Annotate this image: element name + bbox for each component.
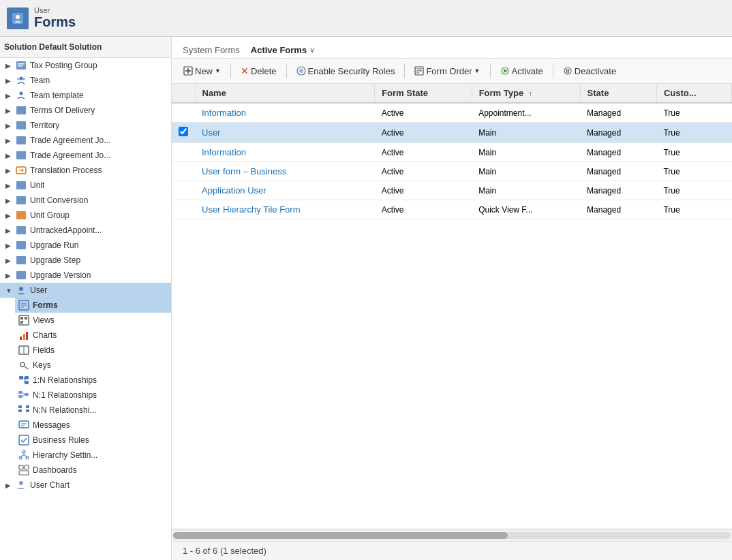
form-name-link[interactable]: Application User (202, 185, 266, 196)
sidebar-item-upgrade-version[interactable]: ▶ Upgrade Version (0, 268, 171, 283)
customizable-cell: True (656, 200, 731, 219)
hierarchy-icon (18, 450, 30, 461)
subitem-charts[interactable]: Charts (15, 328, 171, 343)
svg-line-59 (20, 455, 24, 456)
form-name-link[interactable]: User Hierarchy Tile Form (202, 204, 300, 215)
svg-point-7 (22, 78, 25, 80)
delete-icon: ✕ (241, 65, 249, 76)
sidebar-item-label: Trade Agreement Jo... (30, 151, 110, 160)
chevron-icon: ▶ (5, 227, 15, 234)
new-dropdown-arrow: ▼ (215, 67, 221, 74)
name-cell: Information (195, 143, 375, 162)
svg-rect-78 (568, 69, 569, 73)
svg-point-6 (17, 78, 20, 80)
svg-point-76 (564, 67, 571, 74)
svg-rect-49 (26, 405, 29, 408)
svg-rect-39 (25, 381, 29, 384)
sidebar-item-territory[interactable]: ▶ Territory (0, 118, 171, 133)
sidebar-item-label: Tax Posting Group (30, 61, 97, 70)
sidebar-item-untracked-appoint[interactable]: ▶ UntrackedAppoint... (0, 223, 171, 238)
form-state-cell: Active (375, 200, 472, 219)
subitem-nn-relationships[interactable]: N:N Relationshi... (15, 403, 171, 418)
svg-rect-28 (25, 317, 27, 320)
svg-rect-14 (16, 181, 26, 189)
subitem-label: Messages (33, 420, 70, 430)
form-name-link[interactable]: Information (202, 147, 246, 157)
sidebar-item-upgrade-step[interactable]: ▶ Upgrade Step (0, 253, 171, 268)
subitem-forms[interactable]: Forms (15, 298, 171, 313)
subitem-1n-relationships[interactable]: 1:N Relationships (15, 373, 171, 388)
form-name-link[interactable]: User (202, 127, 220, 138)
subitem-dashboards[interactable]: Dashboards (15, 463, 171, 478)
sidebar-item-label: Upgrade Step (30, 255, 80, 265)
delete-button[interactable]: ✕ Delete (234, 63, 283, 79)
dashboards-icon (18, 465, 30, 476)
sidebar-item-team-template[interactable]: ▶ Team template (0, 88, 171, 103)
dropdown-arrow-icon[interactable]: ∨ (309, 46, 315, 55)
subitem-keys[interactable]: Keys (15, 358, 171, 373)
new-icon (183, 66, 193, 76)
horizontal-scrollbar[interactable] (172, 529, 732, 541)
subitem-hierarchy-settings[interactable]: Hierarchy Settin... (15, 448, 171, 463)
subitem-views[interactable]: Views (15, 313, 171, 328)
sidebar-item-trade-agreement-1[interactable]: ▶ Trade Agreement Jo... (0, 133, 171, 148)
table-header-row: Name Form State Form Type ↑ State Custo. (172, 84, 732, 103)
sidebar-item-label: Trade Agreement Jo... (30, 136, 110, 145)
sidebar-item-tax-posting-group[interactable]: ▶ Tax Posting Group (0, 58, 171, 73)
sidebar-item-upgrade-run[interactable]: ▶ Upgrade Run (0, 238, 171, 253)
form-name-link[interactable]: Information (202, 108, 246, 118)
new-button[interactable]: New ▼ (177, 63, 227, 79)
deactivate-label: Deactivate (575, 66, 616, 76)
team-icon (15, 75, 27, 86)
scroll-thumb[interactable] (173, 532, 508, 539)
sidebar-item-user-chart[interactable]: ▶ User Chart (0, 478, 171, 493)
relationship-nn-icon (18, 405, 30, 416)
scroll-track[interactable] (173, 532, 731, 539)
form-name-link[interactable]: User form – Business (202, 166, 286, 176)
svg-point-56 (19, 456, 22, 459)
customizable-column-header[interactable]: Custo... (656, 84, 731, 103)
svg-rect-42 (18, 391, 22, 394)
row-checkbox[interactable] (179, 127, 188, 136)
subitem-label: Keys (33, 360, 51, 370)
sidebar-item-label: Upgrade Version (30, 270, 91, 280)
sidebar-item-label: UntrackedAppoint... (30, 225, 102, 235)
form-order-button[interactable]: Form Order ▼ (408, 63, 486, 79)
subitem-messages[interactable]: Messages (15, 418, 171, 433)
name-column-header[interactable]: Name (195, 84, 375, 103)
sidebar-item-team[interactable]: ▶ Team (0, 73, 171, 88)
svg-point-1 (16, 15, 20, 19)
sidebar-item-terms-of-delivery[interactable]: ▶ Terms Of Delivery (0, 103, 171, 118)
table-row: UserActiveMainManagedTrue (172, 123, 732, 143)
sidebar-item-trade-agreement-2[interactable]: ▶ Trade Agreement Jo... (0, 148, 171, 163)
subitem-label: N:N Relationshi... (33, 405, 96, 415)
activate-button[interactable]: Activate (494, 63, 549, 79)
enable-security-button[interactable]: Enable Security Roles (290, 63, 401, 79)
svg-rect-47 (18, 405, 22, 408)
sidebar-item-unit[interactable]: ▶ Unit (0, 178, 171, 193)
sidebar-item-unit-group[interactable]: ▶ Unit Group (0, 208, 171, 223)
subitem-fields[interactable]: Fields (15, 343, 171, 358)
header-user-label: User (34, 6, 76, 14)
svg-rect-51 (19, 421, 29, 428)
svg-rect-10 (16, 121, 26, 129)
form-state-column-header[interactable]: Form State (375, 84, 472, 103)
form-type-column-header[interactable]: Form Type ↑ (472, 84, 580, 103)
sidebar-item-unit-conversion[interactable]: ▶ Unit Conversion (0, 193, 171, 208)
sidebar-item-translation-process[interactable]: ▶ Translation Process (0, 163, 171, 178)
subitem-n1-relationships[interactable]: N:1 Relationships (15, 388, 171, 403)
chevron-icon: ▶ (5, 182, 15, 189)
state-column-header[interactable]: State (580, 84, 656, 103)
subitem-business-rules[interactable]: Business Rules (15, 433, 171, 448)
deactivate-button[interactable]: Deactivate (557, 63, 622, 79)
entity-icon (15, 120, 27, 131)
separator (286, 63, 287, 78)
sidebar: Solution Default Solution ▶ Tax Posting … (0, 37, 172, 560)
chevron-icon: ▶ (5, 482, 15, 489)
table-row: User Hierarchy Tile FormActiveQuick View… (172, 200, 732, 219)
table-row: InformationActiveMainManagedTrue (172, 143, 732, 162)
sidebar-item-user[interactable]: ▼ User (0, 283, 171, 298)
subitem-label: 1:N Relationships (33, 375, 97, 385)
svg-rect-61 (19, 465, 23, 469)
state-cell: Managed (580, 123, 656, 143)
